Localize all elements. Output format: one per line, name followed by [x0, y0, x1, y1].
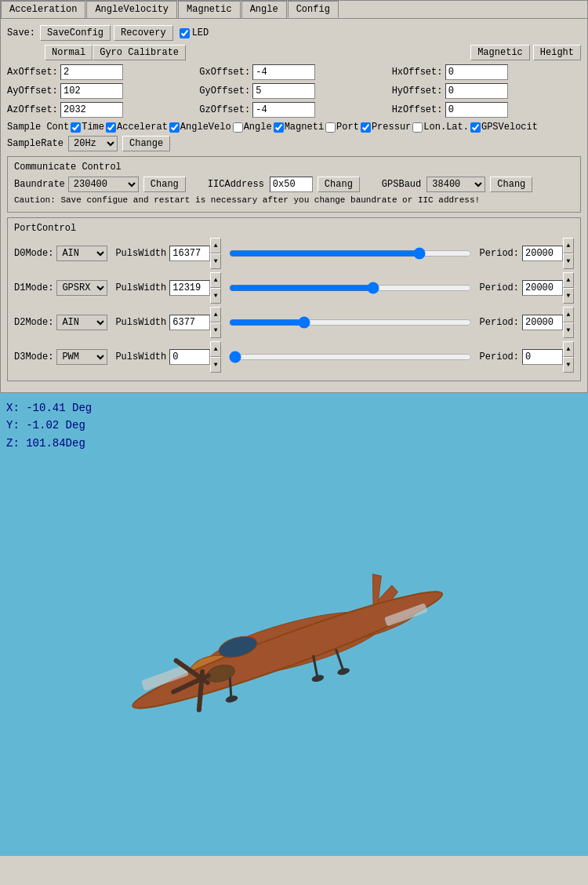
d3-mode-label: D3Mode: — [14, 351, 53, 362]
d3-period-up[interactable]: ▲ — [563, 341, 574, 357]
ax-offset-input[interactable] — [60, 64, 123, 80]
d3-mode-select[interactable]: AINGPSRXPWMGPIO — [56, 349, 107, 365]
d0-pulswidth-input[interactable] — [169, 246, 210, 261]
iic-chang-button[interactable]: Chang — [318, 177, 360, 192]
hx-offset-input[interactable] — [445, 64, 508, 80]
hy-offset-cell: HyOffset: — [392, 83, 581, 99]
d2-slider[interactable] — [229, 316, 471, 329]
d0-slider[interactable] — [229, 247, 471, 260]
cb-magneti-input[interactable] — [274, 122, 284, 133]
magnetic-button[interactable]: Magnetic — [470, 45, 530, 60]
iic-address-input[interactable] — [270, 177, 313, 192]
tab-magnetic[interactable]: Magnetic — [178, 1, 241, 18]
gz-offset-input[interactable] — [252, 102, 315, 118]
sample-rate-change-button[interactable]: Change — [122, 136, 170, 151]
cb-lonlat-label: Lon.Lat. — [423, 122, 469, 133]
hy-offset-input[interactable] — [445, 83, 508, 99]
ay-offset-input[interactable] — [60, 83, 123, 99]
hz-offset-input[interactable] — [445, 102, 508, 118]
d3-period-input[interactable] — [522, 349, 563, 365]
d2-period-down[interactable]: ▼ — [563, 322, 574, 338]
cb-port-input[interactable] — [325, 122, 336, 133]
tab-config[interactable]: Config — [288, 1, 339, 18]
cb-pressur: Pressur — [361, 122, 411, 133]
d2-mode-label: D2Mode: — [14, 317, 53, 328]
save-config-button[interactable]: SaveConfig — [40, 25, 111, 41]
cb-time-input[interactable] — [71, 122, 81, 133]
d1-pulswidth-input[interactable] — [169, 280, 210, 296]
ay-offset-cell: AyOffset: — [7, 83, 196, 99]
svg-point-5 — [127, 579, 447, 721]
d3-pulswidth-input[interactable] — [169, 349, 210, 365]
baundrate-select[interactable]: 9600 115200 230400 460800 — [68, 177, 139, 192]
baundrate-label: Baundrate — [14, 179, 65, 190]
d1-pulswidth-up[interactable]: ▲ — [210, 272, 221, 288]
cb-anglvelo-input[interactable] — [169, 122, 180, 133]
d2-pulswidth-down[interactable]: ▼ — [210, 322, 221, 338]
gy-offset-input[interactable] — [252, 83, 315, 99]
d2-period-label: Period: — [480, 317, 519, 328]
d0-mode-select[interactable]: AINGPSRXPWMGPIO — [56, 246, 107, 261]
d2-period-up[interactable]: ▲ — [563, 307, 574, 322]
gy-offset-label: GyOffset: — [199, 86, 250, 97]
port-control-section: PortControl D0Mode: AINGPSRXPWMGPIO Puls… — [7, 217, 581, 381]
d1-period-input[interactable] — [522, 280, 563, 296]
d3-period-down[interactable]: ▼ — [563, 357, 574, 373]
caution-text: Caution: Save configue and restart is ne… — [14, 195, 574, 205]
gps-baud-select[interactable]: 9600 38400 57600 115200 — [426, 177, 485, 192]
cb-lonlat: Lon.Lat. — [412, 122, 469, 133]
d2-mode-select[interactable]: AINGPSRXPWMGPIO — [56, 315, 107, 330]
cb-angle-input[interactable] — [233, 122, 243, 133]
gyro-calibrate-button[interactable]: Gyro Calibrate — [93, 45, 186, 60]
gx-offset-input[interactable] — [252, 64, 315, 80]
sample-rate-select[interactable]: 10Hz 20Hz 50Hz 100Hz 200Hz — [68, 136, 118, 151]
d1-mode-select[interactable]: AINGPSRXPWMGPIO — [56, 280, 107, 296]
cb-port: Port — [325, 122, 359, 133]
baundrate-chang-button[interactable]: Chang — [143, 177, 186, 192]
sample-rate-row: SampleRate 10Hz 20Hz 50Hz 100Hz 200Hz Ch… — [7, 136, 581, 151]
iic-address-label: IICAddress — [208, 179, 264, 190]
d3-pulswidth-down[interactable]: ▼ — [210, 357, 221, 373]
cb-lonlat-input[interactable] — [412, 122, 423, 133]
d1-slider[interactable] — [229, 282, 471, 294]
tab-acceleration[interactable]: Acceleration — [1, 1, 85, 18]
d2-pulswidth-up[interactable]: ▲ — [210, 307, 221, 322]
az-offset-input[interactable] — [60, 102, 123, 118]
cb-gpsvelocit: GPSVelocit — [470, 122, 538, 133]
d2-pulswidth-input[interactable] — [169, 315, 210, 330]
d1-pulswidth-spinbtns: ▲ ▼ — [210, 272, 221, 304]
cb-accelerat-input[interactable] — [106, 122, 116, 133]
cb-pressur-input[interactable] — [361, 122, 371, 133]
d3-pulswidth-up[interactable]: ▲ — [210, 341, 221, 357]
height-button[interactable]: Height — [533, 45, 581, 60]
d1-period-up[interactable]: ▲ — [563, 272, 574, 288]
d2-period-input[interactable] — [522, 315, 563, 330]
cb-time: Time — [71, 122, 104, 133]
recovery-button[interactable]: Recovery — [114, 25, 173, 41]
normal-button[interactable]: Normal — [45, 45, 93, 60]
d0-period-label: Period: — [480, 248, 519, 259]
d0-period-input[interactable] — [522, 246, 563, 261]
d1-pulswidth-down[interactable]: ▼ — [210, 288, 221, 304]
cb-gpsvelocit-input[interactable] — [470, 122, 481, 133]
d0-pulswidth-up[interactable]: ▲ — [210, 238, 221, 253]
cb-anglvelo: AngleVelo — [169, 122, 231, 133]
communicate-control-title: Communicate Control — [14, 162, 574, 173]
d0-pulswidth-down[interactable]: ▼ — [210, 253, 221, 269]
d1-period-down[interactable]: ▼ — [563, 288, 574, 304]
d3-pulswidth-spinner: ▲ ▼ — [169, 341, 221, 373]
gy-offset-cell: GyOffset: — [199, 83, 388, 99]
tab-angle[interactable]: Angle — [241, 1, 287, 18]
config-panel: Acceleration AngleVelocity Magnetic Angl… — [0, 0, 588, 393]
d0-period-up[interactable]: ▲ — [563, 238, 574, 253]
cb-angle-label: Angle — [244, 122, 272, 133]
gps-chang-button[interactable]: Chang — [490, 177, 532, 192]
cb-magneti-label: Magneti — [285, 122, 324, 133]
d3-slider[interactable] — [229, 351, 471, 363]
tab-anglevelocity[interactable]: AngleVelocity — [86, 1, 177, 18]
d3-period-spinner: ▲ ▼ — [522, 341, 574, 373]
d0-period-down[interactable]: ▼ — [563, 253, 574, 269]
led-checkbox[interactable] — [180, 28, 190, 38]
d2-pulswidth-label: PulsWidth — [115, 317, 166, 328]
ax-offset-cell: AxOffset: — [7, 64, 196, 80]
